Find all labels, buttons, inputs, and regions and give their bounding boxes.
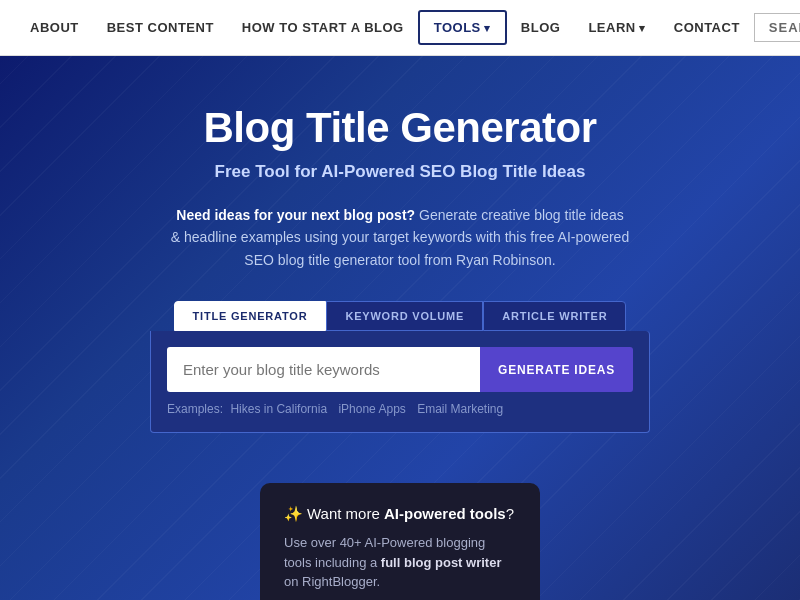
promo-title-bold: AI-powered tools — [384, 505, 506, 522]
nav-item-about[interactable]: ABOUT — [16, 12, 93, 43]
promo-title: ✨Want more AI-powered tools? — [284, 505, 516, 523]
example-link-1[interactable]: Hikes in California — [230, 402, 327, 416]
promo-card: ✨Want more AI-powered tools? Use over 40… — [260, 483, 540, 600]
promo-desc-suffix: on RightBlogger. — [284, 574, 380, 589]
hero-subtitle: Free Tool for AI-Powered SEO Blog Title … — [215, 162, 586, 182]
tab-article-writer[interactable]: ARTICLE WRITER — [483, 301, 626, 331]
nav-item-contact[interactable]: CONTACT — [660, 12, 754, 43]
search-button[interactable]: SEARCH — [754, 13, 800, 42]
nav-item-learn[interactable]: LEARN — [574, 12, 659, 43]
tab-keyword-volume[interactable]: KEYWORD VOLUME — [326, 301, 483, 331]
hero-description-bold: Need ideas for your next blog post? — [176, 207, 415, 223]
nav-item-how-to-start-a-blog[interactable]: HOW TO START A BLOG — [228, 12, 418, 43]
search-row: GENERATE IDEAS — [167, 347, 633, 392]
page-title: Blog Title Generator — [204, 104, 597, 152]
promo-desc-bold: full blog post writer — [381, 555, 502, 570]
example-link-3[interactable]: Email Marketing — [417, 402, 503, 416]
example-link-2[interactable]: iPhone Apps — [338, 402, 405, 416]
search-container: GENERATE IDEAS Examples: Hikes in Califo… — [150, 331, 650, 433]
keyword-input[interactable] — [167, 347, 480, 392]
examples-row: Examples: Hikes in California iPhone App… — [167, 402, 633, 416]
hero-section: Blog Title Generator Free Tool for AI-Po… — [0, 56, 800, 600]
examples-label: Examples: — [167, 402, 223, 416]
nav-item-blog[interactable]: BLOG — [507, 12, 575, 43]
nav-item-tools[interactable]: TOOLS — [418, 10, 507, 45]
navbar: ABOUTBEST CONTENTHOW TO START A BLOGTOOL… — [0, 0, 800, 56]
nav-item-best-content[interactable]: BEST CONTENT — [93, 12, 228, 43]
generate-ideas-button[interactable]: GENERATE IDEAS — [480, 347, 633, 392]
promo-title-prefix: Want more — [307, 505, 384, 522]
tool-tabs: TITLE GENERATORKEYWORD VOLUMEARTICLE WRI… — [174, 301, 627, 331]
promo-description: Use over 40+ AI-Powered blogging tools i… — [284, 533, 516, 592]
sparkle-icon: ✨ — [284, 505, 303, 522]
promo-title-suffix: ? — [506, 505, 514, 522]
nav-items: ABOUTBEST CONTENTHOW TO START A BLOGTOOL… — [16, 10, 754, 45]
tab-title-generator[interactable]: TITLE GENERATOR — [174, 301, 327, 331]
hero-description: Need ideas for your next blog post? Gene… — [170, 204, 630, 271]
